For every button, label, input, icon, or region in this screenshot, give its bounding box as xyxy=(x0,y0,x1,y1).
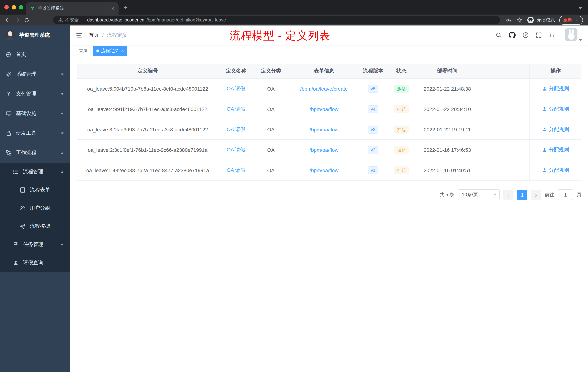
form-info-link[interactable]: /bpm/oa/flow xyxy=(310,167,338,173)
breadcrumb-home[interactable]: 首页 xyxy=(89,32,99,38)
goto-unit: 页 xyxy=(577,191,581,198)
main-area: 首页 / 流程定义 流程模型 - 定义列表 ? TT xyxy=(70,25,588,372)
sidebar-logo[interactable]: 芋道管理系统 xyxy=(0,25,70,45)
user-icon xyxy=(542,107,547,111)
definition-id: oa_leave:1:482ec033-762a-11ec-8477-a2380… xyxy=(77,160,219,180)
chevron-down-icon xyxy=(61,244,64,245)
forward-button[interactable] xyxy=(12,15,22,25)
key-icon[interactable] xyxy=(506,17,512,23)
tag-close-icon[interactable]: × xyxy=(121,48,124,54)
assign-rule-link[interactable]: 分配规则 xyxy=(542,167,569,174)
assign-rule-link[interactable]: 分配规则 xyxy=(542,146,569,153)
avatar-dropdown-caret[interactable] xyxy=(579,39,582,41)
next-page-button[interactable]: › xyxy=(531,190,541,200)
sidebar-item-home[interactable]: 首页 xyxy=(0,45,70,65)
form-info-link[interactable]: /bpm/oa/flow xyxy=(310,127,338,132)
definition-id: oa_leave:3:1fad3d93-7b75-11ec-a3c8-acde4… xyxy=(77,119,219,139)
workflow-icon xyxy=(6,150,12,156)
sidebar-item-label: 流程模型 xyxy=(30,223,50,230)
sidebar-item-user-group[interactable]: 用户分组 xyxy=(0,199,70,217)
chevron-up-icon xyxy=(61,152,64,154)
definition-name-link[interactable]: OA 请假 xyxy=(227,146,245,153)
svg-text:?: ? xyxy=(525,33,527,37)
goto-label: 前往 xyxy=(545,191,554,198)
current-page-button[interactable]: 1 xyxy=(517,190,527,200)
sidebar-item-payment[interactable]: ¥ 支付管理 xyxy=(0,84,70,104)
search-icon[interactable] xyxy=(496,32,502,38)
fullscreen-icon[interactable] xyxy=(536,32,542,38)
users-icon xyxy=(20,205,25,211)
page-content: 定义编号 定义名称 定义分类 表单信息 流程版本 状态 部署时间 操作 oa_l… xyxy=(70,57,588,372)
table-row: oa_leave:4:991f2193-7b7f-11ec-a3c8-acde4… xyxy=(77,99,581,119)
font-size-icon[interactable]: TT xyxy=(549,32,556,38)
assign-rule-link[interactable]: 分配规则 xyxy=(542,106,569,112)
zoom-window-button[interactable] xyxy=(19,5,23,10)
incognito-label: 无痕模式 xyxy=(537,17,555,23)
sidebar-item-process-mgmt[interactable]: 流程管理 xyxy=(0,163,70,181)
definition-name-link[interactable]: OA 请假 xyxy=(227,167,245,174)
definition-name-link[interactable]: OA 请假 xyxy=(227,85,245,92)
sidebar-item-devtools[interactable]: 研发工具 xyxy=(0,123,70,143)
sidebar-item-label: 用户分组 xyxy=(30,205,50,211)
goto-page-input[interactable]: 1 xyxy=(558,189,573,200)
sidebar-item-leave-query[interactable]: 请假查询 xyxy=(0,254,70,272)
assign-rule-link[interactable]: 分配规则 xyxy=(542,85,569,92)
tab-search-chevron-icon[interactable] xyxy=(578,7,582,10)
definition-name-link[interactable]: OA 请假 xyxy=(227,106,245,112)
definition-name-link[interactable]: OA 请假 xyxy=(227,126,245,133)
minimize-window-button[interactable] xyxy=(12,5,16,10)
tag-home[interactable]: 首页 xyxy=(76,46,91,56)
address-bar[interactable]: 不安全 | dashboard.yudao.iocoder.cn/bpm/man… xyxy=(53,16,500,24)
page-size-select[interactable]: 10条/页 xyxy=(458,189,500,200)
sidebar-item-process-model[interactable]: 流程模型 xyxy=(0,217,70,236)
table-row: oa_leave:5:004b710b-7b8a-11ec-8ef0-acde4… xyxy=(77,79,581,99)
form-info-link[interactable]: /bpm/oa/flow xyxy=(310,106,338,112)
monitor-icon xyxy=(6,111,12,117)
help-icon[interactable]: ? xyxy=(523,32,529,38)
window-controls xyxy=(4,5,23,10)
col-definition-category: 定义分类 xyxy=(253,64,288,78)
tab-title: 芋道管理系统 xyxy=(38,5,107,11)
user-avatar[interactable] xyxy=(565,28,578,42)
github-icon[interactable] xyxy=(509,32,516,39)
col-operation: 操作 xyxy=(529,64,581,78)
close-window-button[interactable] xyxy=(4,5,9,10)
send-icon xyxy=(20,223,25,229)
incognito-indicator: 无痕模式 xyxy=(527,16,555,24)
col-process-version: 流程版本 xyxy=(360,64,387,78)
reload-button[interactable] xyxy=(22,15,31,25)
sidebar-item-workflow[interactable]: 工作流程 xyxy=(0,143,70,163)
chevron-up-icon xyxy=(61,171,64,173)
tab-close-button[interactable]: × xyxy=(110,5,116,11)
sidebar-item-infra[interactable]: 基础设施 xyxy=(0,104,70,123)
form-info-link[interactable]: /bpm/oa/flow xyxy=(310,147,338,153)
hamburger-icon[interactable] xyxy=(76,32,83,39)
sidebar-item-label: 流程表单 xyxy=(30,187,50,193)
sidebar-item-label: 支付管理 xyxy=(16,91,36,97)
chevron-down-icon xyxy=(61,73,64,75)
assign-rule-link[interactable]: 分配规则 xyxy=(542,126,569,133)
col-deploy-time: 部署时间 xyxy=(416,64,478,78)
browser-tab[interactable]: 芋道管理系统 × xyxy=(26,2,118,15)
navbar-actions: ? TT xyxy=(496,28,583,42)
definition-category: OA xyxy=(253,99,288,119)
browser-menu-icon[interactable]: ⋮ xyxy=(575,18,579,22)
list-icon xyxy=(13,169,19,175)
active-tag-dot xyxy=(96,49,99,52)
lock-icon xyxy=(6,130,12,136)
form-info-link[interactable]: /bpm/oa/leave/create xyxy=(300,86,348,92)
back-button[interactable] xyxy=(3,15,12,25)
tag-process-definition[interactable]: 流程定义 × xyxy=(93,46,127,56)
col-definition-id: 定义编号 xyxy=(77,64,219,78)
prev-page-button[interactable]: ‹ xyxy=(503,190,514,200)
update-browser-button[interactable]: 更新 ⋮ xyxy=(559,15,583,25)
sidebar-item-process-form[interactable]: 流程表单 xyxy=(0,181,70,199)
not-secure-label: 不安全 xyxy=(65,17,79,23)
status-badge: 挂起 xyxy=(394,166,409,174)
version-badge: v3 xyxy=(368,125,378,133)
new-tab-button[interactable]: + xyxy=(124,4,128,12)
bookmark-star-icon[interactable] xyxy=(516,17,523,23)
sidebar-item-system[interactable]: 系统管理 xyxy=(0,65,70,84)
sidebar-item-task-mgmt[interactable]: 任务管理 xyxy=(0,236,70,254)
user-icon xyxy=(13,260,19,266)
